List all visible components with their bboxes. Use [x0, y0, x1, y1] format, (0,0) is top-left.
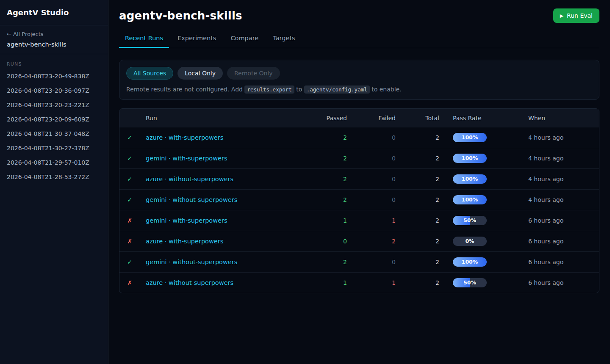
table-row[interactable]: ✓ azure · with-superpowers 2 0 2 100% 4 … [119, 127, 599, 148]
remote-config-notice: Remote results are not configured. Add r… [126, 86, 592, 93]
total-count: 2 [396, 134, 439, 141]
total-count: 2 [396, 238, 439, 245]
failed-count: 2 [347, 238, 396, 245]
sidebar-run-item[interactable]: 2026-04-08T23-20-36-097Z [0, 83, 108, 98]
pass-rate-label: 100% [453, 133, 487, 142]
project-block: ← All Projects agentv-bench-skills [0, 25, 108, 54]
when-text: 4 hours ago [528, 176, 599, 182]
col-total: Total [396, 115, 439, 121]
failed-count: 0 [347, 176, 396, 182]
run-name-link[interactable]: azure · without-superpowers [140, 279, 309, 286]
status-icon: ✓ [119, 259, 140, 265]
code-config-yaml: .agentv/config.yaml [304, 85, 370, 94]
sidebar-run-item[interactable]: 2026-04-08T23-20-23-221Z [0, 98, 108, 112]
col-failed: Failed [347, 115, 396, 121]
pass-rate-pill: 100% [453, 174, 487, 184]
app-title: AgentV Studio [0, 0, 108, 25]
pass-rate-label: 0% [453, 237, 487, 246]
table-row[interactable]: ✗ azure · with-superpowers 0 2 2 0% 6 ho… [119, 231, 599, 251]
col-when: When [528, 115, 599, 121]
col-passed: Passed [309, 115, 347, 121]
run-eval-label: Run Eval [567, 12, 593, 19]
run-name-link[interactable]: gemini · without-superpowers [140, 196, 309, 203]
run-eval-button[interactable]: ▶ Run Eval [553, 8, 599, 23]
tab-recent-runs[interactable]: Recent Runs [119, 35, 169, 48]
table-row[interactable]: ✓ gemini · without-superpowers 2 0 2 100… [119, 189, 599, 210]
main-content: agentv-bench-skills ▶ Run Eval Recent Ru… [108, 0, 610, 364]
page-title: agentv-bench-skills [119, 9, 242, 22]
col-pass-rate: Pass Rate [439, 115, 528, 121]
page-header: agentv-bench-skills ▶ Run Eval [119, 0, 599, 23]
code-results-export: results.export [244, 85, 294, 94]
total-count: 2 [396, 217, 439, 224]
sidebar-run-item[interactable]: 2026-04-08T21-30-37-048Z [0, 127, 108, 141]
col-run: Run [140, 115, 309, 121]
sidebar-run-item[interactable]: 2026-04-08T21-29-57-010Z [0, 155, 108, 170]
sidebar-run-item[interactable]: 2026-04-08T23-20-49-838Z [0, 69, 108, 83]
status-icon: ✓ [119, 134, 140, 141]
sidebar: AgentV Studio ← All Projects agentv-benc… [0, 0, 108, 364]
passed-count: 1 [309, 217, 347, 224]
source-filter-pills: All SourcesLocal OnlyRemote Only [126, 67, 592, 80]
failed-count: 1 [347, 279, 396, 286]
pass-rate-pill: 100% [453, 154, 487, 163]
passed-count: 1 [309, 279, 347, 286]
when-text: 6 hours ago [528, 238, 599, 245]
run-name-link[interactable]: azure · with-superpowers [140, 238, 309, 245]
total-count: 2 [396, 279, 439, 286]
filter-pill-all-sources[interactable]: All Sources [126, 67, 173, 80]
pass-rate-label: 100% [453, 174, 487, 184]
passed-count: 2 [309, 155, 347, 162]
total-count: 2 [396, 176, 439, 182]
status-icon: ✓ [119, 176, 140, 182]
table-row[interactable]: ✓ azure · without-superpowers 2 0 2 100%… [119, 168, 599, 189]
pass-rate-label: 50% [453, 216, 487, 225]
failed-count: 0 [347, 259, 396, 265]
pass-rate-pill: 100% [453, 195, 487, 204]
filter-pill-local-only[interactable]: Local Only [177, 67, 223, 80]
pass-rate-pill: 50% [453, 278, 487, 287]
pass-rate-label: 50% [453, 278, 487, 287]
passed-count: 2 [309, 134, 347, 141]
when-text: 4 hours ago [528, 134, 599, 141]
table-row[interactable]: ✗ gemini · with-superpowers 1 1 2 50% 6 … [119, 210, 599, 231]
table-row[interactable]: ✓ gemini · with-superpowers 2 0 2 100% 4… [119, 148, 599, 168]
source-filter-panel: All SourcesLocal OnlyRemote Only Remote … [119, 60, 599, 100]
table-header-row: Run Passed Failed Total Pass Rate When [119, 109, 599, 127]
failed-count: 0 [347, 134, 396, 141]
run-list: 2026-04-08T23-20-49-838Z2026-04-08T23-20… [0, 69, 108, 184]
status-icon: ✗ [119, 279, 140, 286]
table-row[interactable]: ✗ azure · without-superpowers 1 1 2 50% … [119, 272, 599, 293]
when-text: 6 hours ago [528, 217, 599, 224]
tab-compare[interactable]: Compare [225, 35, 264, 48]
run-name-link[interactable]: gemini · with-superpowers [140, 217, 309, 224]
when-text: 4 hours ago [528, 196, 599, 203]
run-name-link[interactable]: gemini · with-superpowers [140, 155, 309, 162]
play-icon: ▶ [560, 13, 563, 19]
status-icon: ✗ [119, 238, 140, 245]
status-icon: ✓ [119, 155, 140, 162]
failed-count: 0 [347, 155, 396, 162]
tab-bar: Recent RunsExperimentsCompareTargets [119, 35, 599, 48]
notice-suffix: to enable. [370, 86, 402, 93]
sidebar-run-item[interactable]: 2026-04-08T23-20-09-609Z [0, 112, 108, 127]
filter-pill-remote-only: Remote Only [227, 67, 280, 80]
run-name-link[interactable]: gemini · without-superpowers [140, 259, 309, 265]
when-text: 4 hours ago [528, 155, 599, 162]
total-count: 2 [396, 155, 439, 162]
tab-targets[interactable]: Targets [267, 35, 301, 48]
runs-table: Run Passed Failed Total Pass Rate When ✓… [119, 108, 599, 293]
notice-prefix: Remote results are not configured. Add [126, 86, 244, 93]
pass-rate-label: 100% [453, 195, 487, 204]
run-name-link[interactable]: azure · without-superpowers [140, 176, 309, 182]
table-row[interactable]: ✓ gemini · without-superpowers 2 0 2 100… [119, 251, 599, 272]
run-name-link[interactable]: azure · with-superpowers [140, 134, 309, 141]
total-count: 2 [396, 196, 439, 203]
sidebar-run-item[interactable]: 2026-04-08T21-28-53-272Z [0, 170, 108, 184]
tab-experiments[interactable]: Experiments [172, 35, 222, 48]
when-text: 6 hours ago [528, 279, 599, 286]
sidebar-project-name: agentv-bench-skills [7, 41, 101, 48]
status-icon: ✗ [119, 217, 140, 224]
sidebar-run-item[interactable]: 2026-04-08T21-30-27-378Z [0, 141, 108, 155]
all-projects-link[interactable]: ← All Projects [7, 31, 101, 37]
